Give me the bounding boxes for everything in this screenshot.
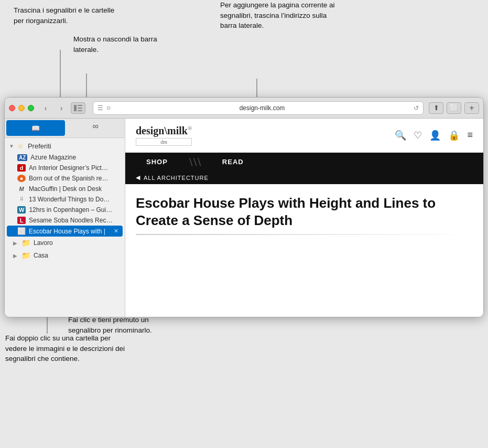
bookmark-label-born: Born out of the Spanish re…: [29, 175, 121, 182]
minimize-button[interactable]: [18, 105, 25, 111]
address-input[interactable]: [114, 104, 410, 112]
menu-icon[interactable]: ≡: [467, 130, 473, 141]
nav-read[interactable]: READ: [201, 153, 265, 171]
annotation-sidebar: Mostra o nascondi la barra laterale.: [73, 34, 178, 55]
close-button[interactable]: [9, 105, 15, 111]
tab-bookmarks[interactable]: 📖: [6, 120, 65, 136]
wishlist-icon[interactable]: ♡: [414, 130, 422, 141]
bookmark-item-born[interactable]: ● Born out of the Spanish re…: [5, 173, 125, 184]
bookmark-item-12hrs[interactable]: W 12hrs in Copenhagen – Gui…: [5, 205, 125, 215]
site-nav: SHOP ⧵⧵⧵ READ: [125, 153, 483, 171]
folder-icon-casa: 📁: [21, 251, 30, 260]
folder-chevron-casa: ▶: [13, 253, 17, 259]
article-subtitle-divider: [136, 234, 473, 235]
bookmark-favicon-13things: ⠿: [17, 197, 26, 202]
sidebar-tabs: 📖 ∞: [5, 119, 125, 138]
article-section-label[interactable]: ◀ ALL ARCHITECTURE: [125, 171, 483, 184]
site-icons: 🔍 ♡ 👤 🔒 ≡: [395, 130, 473, 141]
nav-shop[interactable]: SHOP: [125, 153, 189, 171]
star-icon: ☆: [17, 142, 24, 150]
chevron-icon: ▼: [9, 143, 14, 149]
back-button[interactable]: ‹: [39, 102, 52, 114]
folder-lavoro[interactable]: ▶ 📁 Lavoro: [5, 237, 125, 249]
sidebar-toggle-icon: [74, 105, 82, 111]
nav-separator-1: ⧵⧵⧵: [189, 155, 201, 169]
bookmark-favicon-escobar: ⬜: [17, 227, 26, 235]
svg-rect-8: [78, 110, 82, 111]
bookmark-item-sesame[interactable]: L Sesame Soba Noodles Rec…: [5, 215, 125, 226]
annotation-drag: Trascina i segnalibri e le cartelle per …: [14, 5, 118, 26]
bookmark-close-icon[interactable]: ✕: [114, 228, 118, 234]
annotation-rename: Fai clic e tieni premuto un segnalibro p…: [68, 315, 173, 335]
bookmark-item-13things[interactable]: ⠿ 13 Wonderful Things to Do…: [5, 194, 125, 205]
bookmark-favicon-born: ●: [17, 175, 26, 182]
folder-label-lavoro: Lavoro: [34, 239, 53, 247]
favorites-section-header[interactable]: ▼ ☆ Preferiti: [5, 140, 125, 152]
maximize-button[interactable]: [28, 105, 34, 111]
bookmark-item-azure[interactable]: AZ Azure Magazine: [5, 152, 125, 163]
bookmark-label-12hrs: 12hrs in Copenhagen – Gui…: [29, 206, 121, 214]
folder-chevron-lavoro: ▶: [13, 240, 17, 246]
annotation-folder: Fai doppio clic su una cartella per vede…: [5, 333, 126, 364]
cart-icon[interactable]: 🔒: [448, 130, 460, 141]
title-bar: ‹ › ☰ ⊙ ↺ ⬆ ⬜ +: [5, 98, 483, 119]
sidebar-list: ▼ ☆ Preferiti AZ Azure Magazine d An Int…: [5, 138, 125, 317]
toolbar-right: ⬆ ⬜ +: [429, 102, 479, 114]
search-icon[interactable]: 🔍: [395, 130, 406, 141]
site-header: design\milk® dm 🔍 ♡ 👤 🔒 ≡: [125, 119, 483, 153]
bookmark-favicon-sesame: L: [17, 217, 26, 224]
site-logo: design\milk® dm: [136, 125, 192, 146]
web-content: design\milk® dm 🔍 ♡ 👤 🔒 ≡ SHOP ⧵⧵⧵ READ …: [125, 119, 483, 317]
refresh-icon[interactable]: ↺: [414, 104, 419, 112]
folder-icon-lavoro: 📁: [21, 239, 30, 247]
bookmark-label-sesame: Sesame Soba Noodles Rec…: [29, 217, 121, 224]
bookmark-item-interior[interactable]: d An Interior Designer’s Pict…: [5, 163, 125, 173]
browser-window: ‹ › ☰ ⊙ ↺ ⬆ ⬜ + 📖 ∞: [4, 97, 484, 317]
bookmark-label-interior: An Interior Designer’s Pict…: [29, 164, 121, 172]
address-bar-container: ☰ ⊙ ↺: [93, 101, 424, 115]
folder-label-casa: Casa: [34, 252, 48, 259]
folder-casa[interactable]: ▶ 📁 Casa: [5, 249, 125, 262]
reader-icon: ☰: [97, 104, 103, 112]
bookmark-label-13things: 13 Wonderful Things to Do…: [29, 196, 121, 203]
svg-rect-6: [78, 105, 82, 106]
annotation-add-bookmark: Per aggiungere la pagina corrente ai seg…: [220, 0, 335, 31]
bookmark-label-azure: Azure Magazine: [30, 154, 121, 161]
list-icon: ⊙: [106, 105, 111, 111]
article-title: Escobar House Plays with Height and Line…: [125, 184, 483, 234]
logo-text: design\milk®: [136, 125, 192, 137]
svg-rect-5: [74, 105, 77, 111]
bookmark-label-macguffin: MacGuffin | Desk on Desk: [29, 185, 121, 193]
sidebar-toggle-button[interactable]: [71, 102, 85, 114]
favorites-label: Preferiti: [28, 142, 51, 150]
tab-history[interactable]: ∞: [67, 119, 125, 134]
bookmark-item-escobar[interactable]: ⬜ Escobar House Plays with | ✕: [7, 226, 123, 237]
svg-rect-7: [78, 108, 82, 109]
section-text: ALL ARCHITECTURE: [144, 175, 209, 181]
account-icon[interactable]: 👤: [429, 130, 441, 141]
section-arrow: ◀: [136, 174, 140, 181]
forward-button[interactable]: ›: [55, 102, 68, 114]
bookmark-item-macguffin[interactable]: M MacGuffin | Desk on Desk: [5, 184, 125, 194]
traffic-lights: [9, 105, 34, 111]
bookmark-label-escobar: Escobar House Plays with |: [29, 228, 110, 235]
share-button[interactable]: ⬆: [429, 102, 443, 114]
bookmark-favicon-macguffin: M: [17, 186, 26, 192]
browser-content: 📖 ∞ ▼ ☆ Preferiti AZ Azure Magazine d An…: [5, 119, 483, 317]
bookmark-favicon-azure: AZ: [17, 154, 27, 161]
bookmark-favicon-interior: d: [17, 164, 26, 172]
logo-mark: dm: [136, 138, 192, 146]
bookmark-favicon-12hrs: W: [17, 206, 26, 214]
sidebar: 📖 ∞ ▼ ☆ Preferiti AZ Azure Magazine d An…: [5, 119, 125, 317]
new-tab-button[interactable]: ⬜: [447, 102, 461, 114]
add-tab-button[interactable]: +: [464, 102, 479, 114]
